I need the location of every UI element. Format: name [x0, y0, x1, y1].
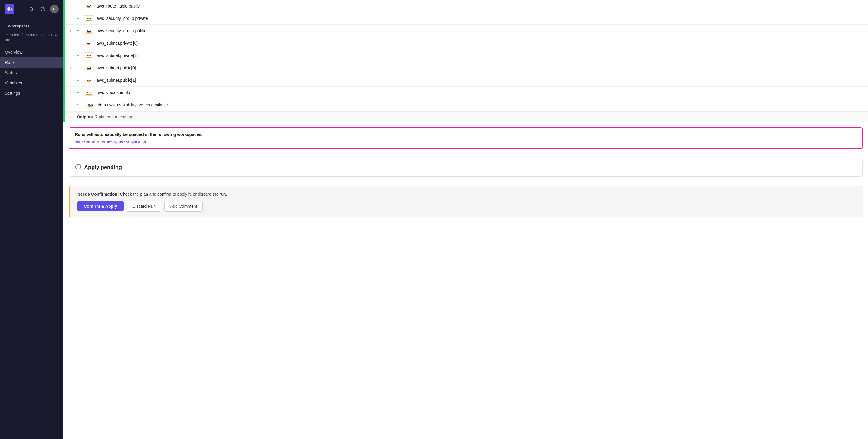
- main-content: › + aws aws_route_table.public › + aws a…: [63, 0, 868, 439]
- add-icon: +: [76, 77, 82, 83]
- sidebar-item-variables[interactable]: Variables: [0, 78, 63, 88]
- chevron-icon: ›: [70, 41, 74, 45]
- chevron-icon: ›: [70, 4, 74, 8]
- confirmation-bar: Needs Confirmation: Check the plan and c…: [69, 186, 863, 217]
- add-icon: +: [76, 65, 82, 70]
- user-avatar[interactable]: U: [50, 5, 59, 13]
- nav-label-variables: Variables: [5, 81, 22, 85]
- aws-provider-badge: aws: [84, 53, 94, 59]
- resource-row-6: › + aws aws_subnet.public[1]: [65, 74, 868, 87]
- queued-notice-title: Runs will automatically be queued in the…: [75, 132, 857, 137]
- chevron-icon: ›: [70, 66, 74, 70]
- outputs-count: 7 planned to change: [95, 115, 134, 119]
- aws-provider-badge: aws: [84, 65, 94, 71]
- chevron-icon: ›: [70, 29, 74, 33]
- queued-workspaces-notice: Runs will automatically be queued in the…: [69, 127, 863, 149]
- sidebar-item-overview[interactable]: Overview: [0, 47, 63, 57]
- confirm-apply-button[interactable]: Confirm & Apply: [77, 201, 124, 211]
- chevron-icon: ›: [70, 79, 74, 82]
- queued-workspace-link[interactable]: learn-terraform-run-triggers-application: [75, 139, 147, 144]
- search-button[interactable]: [27, 5, 36, 13]
- nav-label-runs: Runs: [5, 60, 15, 65]
- resource-list: › + aws aws_route_table.public › + aws a…: [63, 0, 868, 122]
- svg-point-1: [30, 7, 33, 10]
- needs-confirmation-label: Needs Confirmation:: [77, 192, 119, 196]
- resource-row-5: › + aws aws_subnet.public[0]: [65, 62, 868, 74]
- aws-provider-badge: aws: [84, 40, 94, 46]
- resource-name: aws_security_group.private: [96, 16, 148, 21]
- resource-row-8: › ↕ aws data.aws_availability_zones.avai…: [65, 99, 868, 111]
- resource-row-0: › + aws aws_route_table.public: [65, 0, 868, 12]
- add-icon: +: [76, 40, 82, 46]
- aws-provider-badge: aws: [84, 15, 94, 22]
- apply-pending-section: Apply pending: [69, 159, 863, 177]
- nav-label-settings: Settings: [5, 91, 20, 96]
- add-icon: +: [76, 53, 82, 58]
- top-actions: U: [27, 5, 59, 13]
- add-icon: +: [76, 3, 82, 9]
- resource-row-7: › + aws aws_vpc.example: [65, 87, 868, 99]
- sidebar-item-settings[interactable]: Settings ›: [0, 88, 63, 98]
- aws-provider-badge: aws: [84, 3, 94, 9]
- aws-provider-badge: aws: [84, 28, 94, 34]
- updown-icon: ↕: [76, 102, 83, 107]
- back-arrow-icon: ‹: [5, 24, 6, 28]
- add-comment-button[interactable]: Add Comment: [164, 201, 203, 212]
- resource-name: aws_subnet.public[1]: [96, 78, 136, 83]
- resource-row-4: › + aws aws_subnet.private[1]: [65, 50, 868, 62]
- help-button[interactable]: [39, 5, 47, 13]
- svg-line-2: [32, 10, 33, 11]
- aws-provider-badge: aws: [84, 90, 94, 96]
- aws-provider-badge: aws: [85, 102, 95, 108]
- aws-provider-badge: aws: [84, 77, 94, 83]
- back-label: Workspaces: [8, 24, 29, 28]
- nav-label-states: States: [5, 70, 17, 75]
- sidebar-item-states[interactable]: States: [0, 67, 63, 78]
- settings-arrow-icon: ›: [57, 91, 59, 96]
- confirmation-description: Check the plan and confirm to apply it, …: [120, 192, 227, 196]
- clock-icon: [75, 164, 81, 171]
- resource-name: aws_vpc.example: [96, 90, 130, 95]
- sidebar-header: U: [0, 0, 63, 19]
- terraform-logo: [5, 4, 14, 14]
- resource-row-1: › + aws aws_security_group.private: [65, 12, 868, 25]
- resource-row-3: › + aws aws_subnet.private[0]: [65, 37, 868, 50]
- outputs-label: Outputs: [76, 115, 93, 119]
- workspaces-back-link[interactable]: ‹ Workspaces: [0, 22, 63, 30]
- chevron-icon: ›: [70, 54, 74, 57]
- resource-name: aws_security_group.public: [96, 28, 146, 33]
- sidebar-nav: ‹ Workspaces learn-terraform-run-trigger…: [0, 19, 63, 102]
- resource-row-2: › + aws aws_security_group.public: [65, 25, 868, 37]
- chevron-icon: ›: [70, 91, 74, 94]
- resource-name: data.aws_availability_zones.available: [98, 102, 168, 107]
- resource-name: aws_route_table.public: [96, 4, 140, 8]
- resource-name: aws_subnet.private[0]: [96, 41, 137, 45]
- resource-name: aws_subnet.private[1]: [96, 53, 137, 58]
- apply-pending-header: Apply pending: [69, 159, 862, 177]
- nav-label-overview: Overview: [5, 50, 22, 55]
- chevron-icon: ›: [70, 17, 74, 20]
- confirmation-text: Needs Confirmation: Check the plan and c…: [77, 192, 855, 196]
- sidebar-item-runs[interactable]: Runs: [0, 57, 63, 67]
- outputs-row[interactable]: › Outputs 7 planned to change: [65, 111, 868, 122]
- outputs-chevron-icon: ›: [70, 115, 74, 119]
- sidebar: U ‹ Workspaces learn-terraform-run-trigg…: [0, 0, 63, 439]
- discard-run-button[interactable]: Discard Run: [127, 201, 161, 212]
- confirmation-actions: Confirm & Apply Discard Run Add Comment: [77, 201, 855, 212]
- add-icon: +: [76, 28, 82, 33]
- add-icon: +: [76, 90, 82, 95]
- workspace-name: learn-terraform-run-triggers-network: [0, 30, 63, 47]
- apply-pending-title: Apply pending: [84, 164, 122, 171]
- resource-name: aws_subnet.public[0]: [96, 65, 136, 70]
- add-icon: +: [76, 16, 82, 21]
